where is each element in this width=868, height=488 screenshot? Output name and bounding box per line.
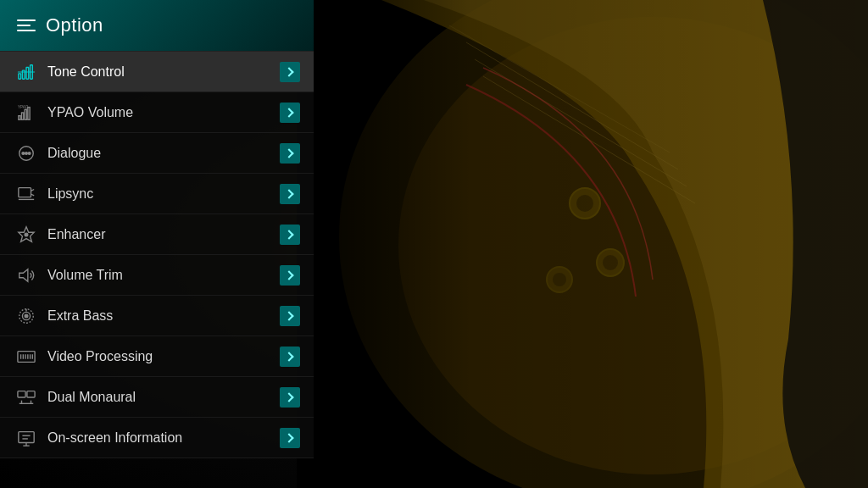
dual-monaural-icon — [14, 385, 39, 410]
svg-point-27 — [28, 152, 31, 154]
extra-bass-icon — [14, 303, 39, 329]
svg-rect-19 — [19, 115, 20, 119]
svg-rect-16 — [26, 67, 29, 79]
dialogue-label: Dialogue — [47, 146, 280, 161]
lipsync-arrow — [280, 184, 300, 204]
ypao-volume-arrow — [280, 103, 300, 123]
svg-rect-21 — [25, 109, 26, 119]
enhancer-arrow — [280, 225, 300, 245]
on-screen-icon — [14, 425, 39, 451]
svg-text:YPAO: YPAO — [18, 105, 29, 109]
svg-marker-34 — [19, 269, 28, 281]
video-processing-arrow — [280, 347, 300, 367]
ypao-icon: YPAO — [14, 100, 39, 125]
lipsync-label: Lipsync — [47, 186, 280, 202]
ypao-volume-label: YPAO Volume — [47, 105, 280, 120]
svg-rect-47 — [27, 391, 35, 396]
tone-icon — [14, 59, 39, 85]
page-title: Option — [46, 14, 103, 36]
svg-rect-13 — [297, 0, 868, 488]
svg-rect-20 — [22, 113, 24, 119]
menu-item-on-screen-information[interactable]: On-screen Information — [0, 418, 314, 458]
enhancer-label: Enhancer — [47, 227, 280, 242]
on-screen-information-arrow — [280, 428, 300, 448]
volume-trim-arrow — [280, 265, 300, 286]
tone-control-label: Tone Control — [47, 64, 280, 80]
on-screen-information-label: On-screen Information — [47, 430, 280, 446]
lipsync-icon — [14, 181, 39, 207]
dialogue-arrow — [280, 143, 300, 164]
extra-bass-arrow — [280, 306, 300, 326]
menu-item-extra-bass[interactable]: Extra Bass — [0, 296, 314, 336]
menu-item-ypao-volume[interactable]: YPAO YPAO Volume — [0, 92, 314, 133]
menu-item-enhancer[interactable]: Enhancer — [0, 214, 314, 255]
svg-rect-46 — [18, 391, 25, 396]
svg-point-33 — [25, 233, 28, 236]
volume-trim-label: Volume Trim — [47, 268, 280, 283]
menu-icon — [17, 19, 36, 31]
svg-rect-28 — [19, 187, 31, 197]
svg-rect-14 — [19, 73, 21, 78]
menu-item-dialogue[interactable]: Dialogue — [0, 133, 314, 174]
menu-item-tone-control[interactable]: Tone Control — [0, 52, 314, 92]
menu-item-lipsync[interactable]: Lipsync — [0, 174, 314, 214]
video-processing-icon — [14, 344, 39, 369]
piano-background-art — [297, 0, 868, 488]
menu-item-video-processing[interactable]: Video Processing — [0, 336, 314, 377]
svg-rect-51 — [19, 431, 34, 442]
volume-trim-icon — [14, 263, 39, 288]
header: Option — [0, 0, 314, 51]
svg-point-26 — [25, 152, 28, 154]
menu-item-dual-monaural[interactable]: Dual Monaural — [0, 377, 314, 418]
tone-control-arrow — [280, 62, 300, 82]
svg-point-25 — [22, 152, 25, 154]
svg-point-37 — [25, 314, 28, 318]
menu-item-volume-trim[interactable]: Volume Trim — [0, 255, 314, 296]
video-processing-label: Video Processing — [47, 349, 280, 364]
extra-bass-label: Extra Bass — [47, 308, 280, 324]
menu-panel: Tone Control YPAO YPAO Volume Dial — [0, 51, 314, 458]
enhancer-icon — [14, 222, 39, 247]
dual-monaural-arrow — [280, 387, 300, 408]
dual-monaural-label: Dual Monaural — [47, 390, 280, 405]
dialogue-icon — [14, 141, 39, 166]
